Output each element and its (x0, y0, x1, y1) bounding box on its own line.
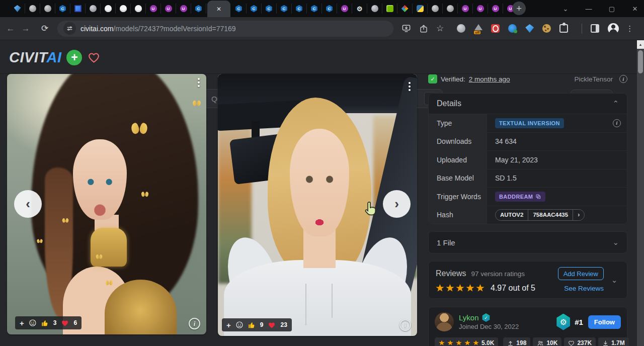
creator-downloads-stat[interactable]: 1.7M (598, 337, 629, 346)
tab-close-icon[interactable]: ✕ (216, 6, 221, 12)
tab-ultra[interactable] (473, 4, 488, 14)
details-header[interactable]: Details ⌃ (429, 94, 627, 114)
rank-hexagon-icon[interactable]: ⚙ (555, 314, 571, 330)
tab-globe[interactable] (40, 4, 55, 14)
add-reaction-button[interactable]: + (20, 319, 24, 327)
create-plus-button[interactable]: + (66, 50, 82, 65)
thumbs-up-icon[interactable] (41, 319, 49, 327)
extension-blocker-icon[interactable]: off (474, 24, 482, 33)
extension-cookie-icon[interactable] (542, 24, 551, 33)
creator-name-link[interactable]: Lykon (459, 313, 478, 322)
tab-nvidia[interactable] (382, 4, 397, 14)
hash-value[interactable]: 758AAC4435 (528, 210, 573, 220)
scrollbar-thumb[interactable] (638, 50, 643, 73)
tab-github[interactable] (101, 4, 116, 14)
extension-globe-icon[interactable] (457, 24, 465, 33)
reload-button[interactable]: ⟳ (37, 23, 52, 34)
tab-civitai[interactable] (55, 4, 70, 14)
tab-globe[interactable] (443, 4, 458, 14)
tab-github[interactable] (131, 4, 146, 14)
share-icon[interactable] (419, 24, 428, 33)
tab-civitai[interactable] (292, 4, 307, 14)
carousel-prev-button[interactable]: ‹ (14, 190, 42, 218)
tab-github[interactable] (116, 4, 131, 14)
scrollbar-up-icon[interactable]: ▲ (637, 40, 644, 49)
type-info-icon[interactable]: i (613, 119, 621, 127)
tab-globe[interactable] (25, 4, 40, 14)
creator-rating-stat[interactable]: 5.0K (435, 337, 498, 346)
tab-civitai[interactable] (262, 4, 277, 14)
image-menu-icon[interactable] (198, 78, 200, 87)
tab-ultra[interactable] (337, 4, 352, 14)
tab-civitai[interactable] (247, 4, 262, 14)
extensions-puzzle-icon[interactable] (559, 24, 568, 33)
maximize-button[interactable]: ▢ (608, 5, 616, 13)
heart-icon[interactable] (268, 321, 276, 329)
bookmark-star-icon[interactable]: ☆ (436, 23, 444, 34)
hash-pill[interactable]: AUTOV2 758AAC4435 › (495, 209, 585, 221)
emoji-smiley-icon[interactable] (235, 321, 244, 329)
creator-uploads-stat[interactable]: 198 (503, 337, 530, 346)
tab-ultra[interactable] (176, 4, 191, 14)
tab-ultra[interactable] (146, 4, 161, 14)
tab-prism[interactable] (397, 4, 413, 14)
format-info-icon[interactable]: i (619, 75, 627, 83)
new-tab-button[interactable]: + (512, 2, 526, 15)
tab-civitai[interactable] (191, 4, 206, 14)
profile-avatar-icon[interactable] (608, 23, 619, 34)
extension-o-icon[interactable] (491, 24, 500, 33)
civitai-logo[interactable]: CIVITAI + (9, 49, 101, 66)
hash-next-icon[interactable]: › (573, 210, 584, 220)
extension-diamond-icon[interactable] (525, 24, 534, 33)
tab-store[interactable] (70, 4, 86, 14)
image-menu-icon[interactable] (409, 82, 411, 91)
tab-civitai[interactable] (307, 4, 322, 14)
type-badge[interactable]: TEXTUAL INVERSION (495, 118, 564, 128)
support-heart-icon[interactable] (87, 51, 101, 64)
install-icon[interactable] (401, 24, 411, 33)
files-section[interactable]: 1 File ⌄ (428, 231, 627, 253)
trigger-word-badge[interactable]: BADDREAM (495, 192, 545, 202)
add-review-button[interactable]: Add Review (558, 267, 604, 280)
copy-icon[interactable] (535, 194, 541, 200)
image-info-icon[interactable]: i (399, 319, 411, 331)
expand-icon[interactable]: ⌄ (612, 238, 619, 247)
creator-avatar[interactable] (435, 312, 454, 331)
thumbs-up-icon[interactable] (248, 321, 256, 329)
collapse-icon[interactable]: ⌃ (612, 99, 619, 108)
page-scrollbar[interactable]: ▲ (637, 40, 644, 346)
tab-diamond[interactable] (10, 4, 25, 14)
tab-search-icon[interactable]: ⌄ (561, 5, 570, 13)
heart-icon[interactable] (61, 319, 69, 327)
tab-python[interactable] (413, 4, 428, 14)
carousel-next-button[interactable]: › (383, 190, 411, 218)
tab-globe[interactable] (86, 4, 101, 14)
minimize-button[interactable]: — (585, 5, 593, 13)
reviews-expand-icon[interactable]: ⌄ (611, 276, 618, 285)
extension-translate-icon[interactable] (508, 24, 517, 33)
creator-hearts-stat[interactable]: 237K (564, 337, 596, 346)
see-reviews-link[interactable]: See Reviews (564, 285, 604, 292)
creator-followers-stat[interactable]: 10K (533, 337, 561, 346)
verified-time-link[interactable]: 2 months ago (469, 75, 510, 83)
emoji-smiley-icon[interactable] (29, 319, 37, 327)
tab-ultra[interactable] (458, 4, 473, 14)
address-bar[interactable]: civitai.com/models/72437?modelVersionId=… (57, 21, 393, 37)
follow-button[interactable]: Follow (588, 315, 621, 329)
add-reaction-button[interactable]: + (226, 321, 231, 329)
site-info-icon[interactable] (63, 22, 76, 35)
tab-gear[interactable] (352, 4, 367, 14)
side-panel-icon[interactable] (591, 24, 599, 33)
tab-globe[interactable] (367, 4, 382, 14)
forward-button[interactable]: → (18, 24, 33, 34)
tab-ultra[interactable] (161, 4, 176, 14)
tab-civitai[interactable] (322, 4, 337, 14)
tab-civitai[interactable] (277, 4, 292, 14)
back-button[interactable]: ← (3, 24, 18, 34)
active-tab[interactable]: ✕ (207, 1, 230, 17)
tab-globe[interactable] (428, 4, 443, 14)
tab-civitai[interactable] (231, 4, 247, 14)
tab-ultra[interactable] (488, 4, 503, 14)
image-info-icon[interactable]: i (189, 318, 200, 329)
close-window-button[interactable]: ✕ (631, 5, 639, 13)
